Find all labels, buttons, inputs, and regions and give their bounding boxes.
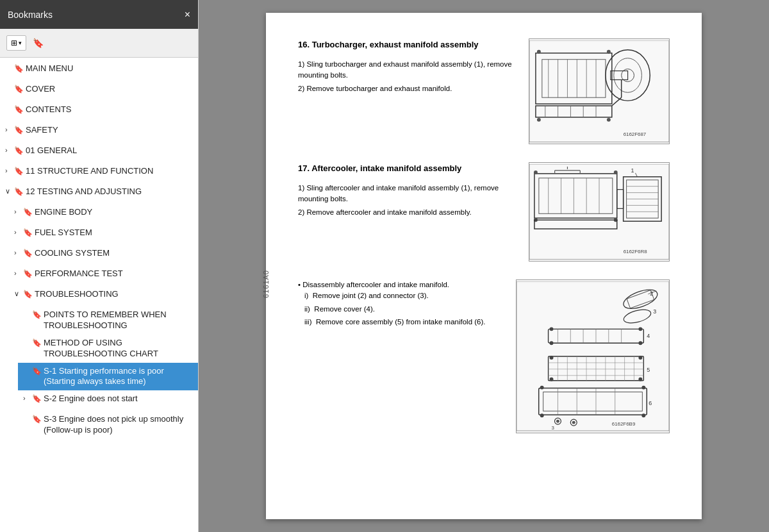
svg-text:3: 3 xyxy=(552,426,555,431)
svg-point-87 xyxy=(638,356,642,360)
testing-children: › 🔖 ENGINE BODY › 🔖 FUEL SYSTEM › 🔖 COOL… xyxy=(0,204,198,439)
svg-point-98 xyxy=(641,386,645,390)
svg-text:6162F687: 6162F687 xyxy=(624,131,647,137)
sidebar-item-cover[interactable]: 🔖 COVER xyxy=(0,81,198,101)
sidebar-item-fuel-system[interactable]: › 🔖 FUEL SYSTEM xyxy=(9,224,198,245)
svg-text:4: 4 xyxy=(647,333,650,340)
bookmark-icon: 🔖 xyxy=(14,187,26,196)
figure-6162f6b9: 2 3 xyxy=(516,279,670,433)
sidebar-item-contents[interactable]: 🔖 CONTENTS xyxy=(0,101,198,122)
section-17-step1: 1) Sling aftercooler and intake manifold… xyxy=(298,183,516,205)
section-16-step2: 2) Remove turbocharger and exhaust manif… xyxy=(298,83,516,94)
sidebar-item-method-of-using[interactable]: 🔖 METHOD OF USING TROUBLESHOOTING CHART xyxy=(18,335,198,363)
sidebar-item-label: 12 TESTING AND ADJUSTING xyxy=(26,187,193,197)
caret-icon: ▾ xyxy=(19,40,22,46)
expand-icon: › xyxy=(14,249,23,256)
bookmark-icon: 🔖 xyxy=(14,105,26,114)
section-16-step1: 1) Sling turbocharger and exhaust manifo… xyxy=(298,59,516,81)
sidebar-item-points-to-remember[interactable]: 🔖 POINTS TO REMEMBER WHEN TROUBLESHOOTIN… xyxy=(18,306,198,335)
figure-6162f6r8: 1 6162F6R8 xyxy=(529,162,670,262)
exploded-aftercooler-diagram: 2 3 xyxy=(517,281,669,431)
bookmark-icon: 🔖 xyxy=(32,367,44,376)
section-17-image: 1 6162F6R8 xyxy=(529,162,670,262)
collapse-icon: ∨ xyxy=(5,187,14,195)
section-16: 16. Turbocharger, exhaust manifold assem… xyxy=(298,38,670,144)
svg-point-69 xyxy=(638,328,642,331)
sidebar-item-s1-starting[interactable]: 🔖 S-1 Starting performance is poor (Star… xyxy=(18,363,198,391)
sidebar-item-engine-body[interactable]: › 🔖 ENGINE BODY xyxy=(9,204,198,224)
svg-point-24 xyxy=(607,118,611,122)
sidebar-item-safety[interactable]: › 🔖 SAFETY xyxy=(0,122,198,142)
sidebar-item-label: FUEL SYSTEM xyxy=(35,228,193,238)
sidebar-item-testing[interactable]: ∨ 🔖 12 TESTING AND ADJUSTING xyxy=(0,183,198,204)
svg-point-100 xyxy=(641,414,645,418)
svg-point-71 xyxy=(638,342,642,345)
sidebar-item-s2-engine[interactable]: › 🔖 S-2 Engine does not start xyxy=(18,390,198,411)
bookmark-icon: 🔖 xyxy=(32,394,44,403)
sidebar-item-label: CONTENTS xyxy=(26,104,193,115)
bullet-disassembly: • Disassembly aftercooler and intake man… xyxy=(298,279,670,433)
svg-text:5: 5 xyxy=(647,367,650,373)
sidebar-item-performance-test[interactable]: › 🔖 PERFORMANCE TEST xyxy=(9,265,198,286)
svg-point-86 xyxy=(550,356,554,360)
view-options-button[interactable]: ⊞ ▾ xyxy=(6,35,26,51)
sidebar-item-structure[interactable]: › 🔖 11 STRUCTURE AND FUNCTION xyxy=(0,163,198,183)
bookmark-icon: 🔖 xyxy=(14,126,26,135)
sidebar-item-label: ENGINE BODY xyxy=(35,207,193,218)
svg-point-89 xyxy=(638,378,642,381)
bookmark-icon: 🔖 xyxy=(14,167,26,176)
figure-6162f687: 6162F687 xyxy=(529,38,670,144)
sidebar-item-label: COOLING SYSTEM xyxy=(35,248,193,259)
bookmark-tree: 🔖 MAIN MENU 🔖 COVER 🔖 CONTENTS › 🔖 SAFET… xyxy=(0,58,198,532)
sidebar-item-s3-engine-pick[interactable]: 🔖 S-3 Engine does not pick up smoothly (… xyxy=(18,411,198,439)
bookmark-icon: 🔖 xyxy=(14,85,26,94)
sidebar-item-label: COVER xyxy=(26,84,193,95)
bullet-step-3: iii) Remove core assembly (5) from intak… xyxy=(304,317,503,328)
sidebar-item-cooling-system[interactable]: › 🔖 COOLING SYSTEM xyxy=(9,245,198,265)
expand-icon: › xyxy=(14,228,23,236)
section-16-image: 6162F687 xyxy=(529,38,670,144)
bookmark-new-button[interactable]: 🔖 xyxy=(31,37,44,49)
bookmark-icon: 🔖 xyxy=(32,415,44,424)
section-17-text: 17. Aftercooler, intake manifold assembl… xyxy=(298,162,516,262)
bookmark-icon: 🔖 xyxy=(23,228,35,237)
close-button[interactable]: × xyxy=(185,10,190,20)
sidebar-item-label: METHOD OF USING TROUBLESHOOTING CHART xyxy=(44,338,193,360)
expand-icon: › xyxy=(14,208,23,215)
svg-point-105 xyxy=(572,421,575,424)
bookmark-icon: 🔖 xyxy=(23,269,35,278)
sidebar-item-general[interactable]: › 🔖 01 GENERAL xyxy=(0,142,198,163)
sidebar-item-label: TROUBLESHOOTING xyxy=(35,289,193,300)
bullet-figure: 2 3 xyxy=(516,279,670,433)
bookmark-icon: 🔖 xyxy=(23,208,35,217)
sidebar-item-troubleshooting[interactable]: ∨ 🔖 TROUBLESHOOTING xyxy=(9,286,198,306)
panel-toolbar: ⊞ ▾ 🔖 xyxy=(0,29,198,58)
bullet-text: • Disassembly aftercooler and intake man… xyxy=(298,279,503,433)
svg-rect-0 xyxy=(529,40,669,142)
sidebar-item-label: PERFORMANCE TEST xyxy=(35,269,193,279)
expand-icon: › xyxy=(5,167,14,174)
bookmark-icon: 🔖 xyxy=(14,146,26,155)
svg-point-68 xyxy=(550,328,554,331)
bookmarks-panel: Bookmarks × ⊞ ▾ 🔖 🔖 MAIN MENU 🔖 COVER 🔖 xyxy=(0,0,199,532)
bookmark-icon: 🔖 xyxy=(23,249,35,258)
bookmark-icon: 🔖 xyxy=(33,38,44,48)
svg-text:2: 2 xyxy=(650,290,653,297)
sidebar-item-label: S-3 Engine does not pick up smoothly (Fo… xyxy=(44,414,193,436)
expand-icon: › xyxy=(5,126,14,133)
bookmark-icon: 🔖 xyxy=(23,290,35,299)
sidebar-item-label: POINTS TO REMEMBER WHEN TROUBLESHOOTING xyxy=(44,310,193,331)
sidebar-item-main-menu[interactable]: 🔖 MAIN MENU xyxy=(0,60,198,81)
sidebar-item-label: S-1 Starting performance is poor (Starti… xyxy=(44,366,193,388)
sidebar-item-label: 11 STRUCTURE AND FUNCTION xyxy=(26,166,193,177)
svg-point-45 xyxy=(614,170,618,174)
svg-text:3: 3 xyxy=(653,308,656,315)
svg-point-70 xyxy=(550,342,554,345)
bullet-step-1: i) Remove joint (2) and connector (3). xyxy=(304,290,503,301)
bookmark-icon: 🔖 xyxy=(32,310,44,319)
grid-icon: ⊞ xyxy=(11,38,17,47)
bookmark-icon: 🔖 xyxy=(14,64,26,73)
sidebar-item-label: S-2 Engine does not start xyxy=(44,394,193,404)
page-side-label: 6161A0 xyxy=(262,270,270,298)
section-16-heading: 16. Turbocharger, exhaust manifold assem… xyxy=(298,38,516,51)
